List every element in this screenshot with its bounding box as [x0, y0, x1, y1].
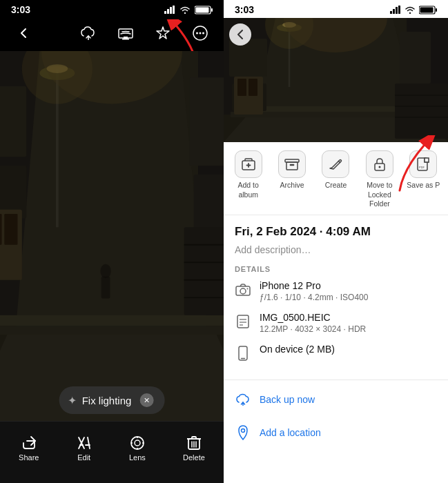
cast-button[interactable] [113, 21, 138, 46]
right-signal-icon [390, 6, 401, 14]
svg-rect-30 [4, 214, 17, 245]
fix-lighting-label: Fix lighting [82, 395, 132, 406]
delete-icon [187, 435, 201, 451]
svg-line-103 [338, 161, 340, 163]
left-status-bar: 3:03 [0, 0, 224, 18]
location-row[interactable]: Add a location [224, 416, 448, 449]
left-bottom-bar: Share Edit Lens [0, 421, 224, 483]
svg-rect-25 [0, 326, 224, 335]
left-toolbar [0, 18, 224, 51]
svg-rect-63 [390, 11, 392, 14]
svg-rect-1 [167, 9, 169, 14]
svg-point-105 [378, 166, 380, 168]
svg-point-14 [202, 32, 204, 34]
divider-1 [224, 379, 448, 380]
camera-detail-content: iPhone 12 Pro ƒ/1.6 · 1/10 · 4.2mm · ISO… [260, 280, 368, 302]
svg-rect-112 [237, 315, 249, 328]
archive-action[interactable]: Archive [274, 150, 310, 190]
svg-rect-107 [425, 158, 429, 162]
svg-point-12 [196, 32, 198, 34]
fix-lighting-bar[interactable]: ✦ Fix lighting ✕ [59, 386, 165, 414]
edit-button[interactable]: Edit [77, 435, 92, 462]
file-name: IMG_0500.HEIC [260, 312, 366, 323]
left-panel: 3:03 [0, 0, 224, 483]
svg-rect-89 [400, 32, 431, 83]
file-icon [235, 313, 251, 330]
svg-point-13 [199, 32, 202, 34]
svg-point-119 [242, 428, 245, 432]
edit-icon [77, 435, 92, 451]
right-back-button[interactable] [229, 23, 251, 46]
add-to-album-action[interactable]: Add toalbum [231, 150, 266, 199]
backup-row[interactable]: Back up now [224, 383, 448, 416]
svg-point-43 [100, 264, 110, 278]
storage-detail-content: On device (2 MB) [260, 344, 335, 355]
battery-icon [195, 6, 213, 14]
save-as-pdf-action[interactable]: PDF Save as P [405, 150, 441, 190]
svg-point-110 [240, 288, 246, 294]
file-detail-row: IMG_0500.HEIC 12.2MP · 4032 × 3024 · HDR [235, 312, 437, 334]
svg-rect-37 [184, 227, 224, 315]
svg-rect-2 [170, 7, 172, 14]
wifi-icon [179, 6, 191, 14]
file-specs: 12.2MP · 4032 × 3024 · HDR [260, 324, 366, 334]
lens-button[interactable]: Lens [129, 435, 146, 462]
left-image-area [0, 51, 224, 421]
svg-rect-5 [211, 8, 213, 12]
share-button[interactable]: Share [19, 435, 39, 462]
star-button[interactable] [150, 21, 175, 46]
camera-icon [235, 282, 251, 298]
right-time: 3:03 [235, 4, 254, 15]
svg-text:PDF: PDF [419, 166, 425, 169]
signal-icon [164, 6, 175, 14]
camera-detail-row: iPhone 12 Pro ƒ/1.6 · 1/10 · 4.2mm · ISO… [235, 280, 437, 302]
share-label: Share [19, 453, 39, 462]
save-as-pdf-label: Save as P [407, 181, 440, 190]
sparkle-icon: ✦ [68, 394, 77, 407]
more-button[interactable] [188, 21, 213, 46]
move-to-locked-label: Move toLockedFolder [367, 181, 392, 209]
svg-rect-10 [122, 39, 129, 40]
date-time: Fri, 2 Feb 2024 · 4:09 AM [235, 225, 437, 239]
location-icon [235, 424, 251, 441]
svg-rect-3 [173, 6, 175, 14]
archive-icon [278, 150, 306, 178]
delete-label: Delete [183, 453, 205, 462]
svg-rect-36 [194, 175, 224, 236]
file-detail-content: IMG_0500.HEIC 12.2MP · 4032 × 3024 · HDR [260, 312, 366, 334]
archive-label: Archive [280, 181, 304, 190]
create-action[interactable]: Create [318, 150, 353, 190]
add-description[interactable]: Add description… [235, 244, 437, 255]
create-label: Create [325, 181, 347, 190]
svg-rect-29 [0, 214, 1, 245]
svg-rect-84 [249, 79, 257, 96]
svg-rect-66 [398, 6, 400, 14]
create-icon [322, 150, 349, 178]
move-to-locked-action[interactable]: Move toLockedFolder [362, 150, 398, 209]
back-button[interactable] [11, 21, 36, 46]
action-row: Add toalbum Archive [224, 142, 448, 215]
svg-rect-69 [420, 7, 434, 12]
svg-point-111 [247, 288, 249, 289]
phone-icon [235, 345, 251, 362]
right-status-bar: 3:03 [224, 0, 448, 18]
svg-rect-65 [396, 7, 398, 14]
left-time: 3:03 [11, 4, 30, 15]
add-to-album-label: Add toalbum [238, 181, 259, 199]
backup-link-text: Back up now [260, 394, 315, 405]
upload-button[interactable] [76, 21, 101, 46]
fix-lighting-close[interactable]: ✕ [139, 393, 153, 407]
location-link-text: Add a location [260, 427, 321, 438]
info-section: Fri, 2 Feb 2024 · 4:09 AM Add descriptio… [224, 215, 448, 377]
storage-label: On device (2 MB) [260, 344, 335, 355]
delete-button[interactable]: Delete [183, 435, 205, 462]
svg-rect-101 [290, 164, 294, 166]
svg-point-52 [135, 440, 140, 446]
toolbar-icons [76, 21, 213, 46]
lens-label: Lens [129, 453, 146, 462]
right-top-image [224, 18, 448, 142]
add-to-album-icon [235, 150, 262, 178]
right-wifi-icon [405, 6, 416, 14]
left-status-icons [164, 6, 213, 14]
lens-icon [130, 435, 145, 451]
